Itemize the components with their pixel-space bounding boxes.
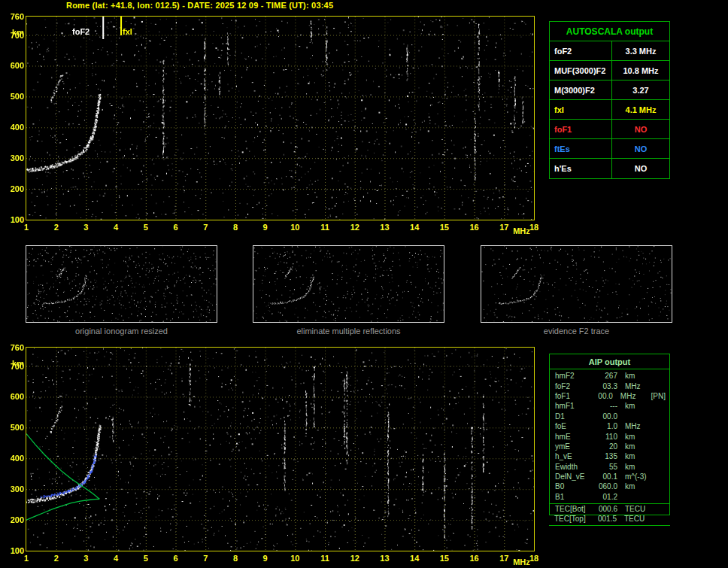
aip-value: 03.3 bbox=[592, 382, 617, 390]
aip-tec-bot-container: TEC[Bot]000.6TECU bbox=[550, 504, 669, 514]
bottom-ionogram-canvas bbox=[26, 347, 535, 551]
aip-value: 060.0 bbox=[592, 482, 617, 491]
x-tick-label: 12 bbox=[346, 554, 364, 563]
aip-unit: km bbox=[625, 433, 658, 441]
x-tick-label: 5 bbox=[137, 554, 155, 563]
y-tick-label: 500 bbox=[3, 423, 24, 432]
y-tick-label: 760 bbox=[3, 343, 24, 352]
x-tick-label: 17 bbox=[495, 223, 513, 232]
table-row: fxI4.1 MHz bbox=[550, 100, 669, 120]
aip-label: foF2 bbox=[550, 382, 592, 390]
aip-unit: km bbox=[625, 452, 658, 460]
x-tick-label: 10 bbox=[286, 554, 304, 563]
aip-value: 1.0 bbox=[592, 422, 617, 430]
autoscala-output-screen: Rome (lat: +41.8, lon: 012.5) - DATE: 20… bbox=[0, 0, 728, 568]
autoscala-panel-header: AUTOSCALA output bbox=[550, 22, 669, 41]
y-tick-label: 600 bbox=[3, 61, 24, 70]
fxI-marker-label: fxI bbox=[123, 27, 132, 36]
y-tick-label: 400 bbox=[3, 123, 24, 132]
aip-underline bbox=[549, 525, 670, 526]
x-tick-label: 16 bbox=[466, 554, 484, 563]
aip-table-body: hmF2267kmfoF203.3MHzfoF100.0MHz[PN]hmF1-… bbox=[550, 371, 669, 502]
autoscala-row-label: fxI bbox=[550, 100, 612, 119]
aip-label: h_vE bbox=[550, 452, 592, 460]
x-tick-label: 3 bbox=[77, 223, 95, 232]
x-tick-label: 2 bbox=[47, 223, 65, 232]
aip-label: TEC[Top] bbox=[549, 515, 591, 523]
top-ionogram-canvas bbox=[26, 16, 535, 220]
x-tick-label: 14 bbox=[405, 554, 423, 563]
aip-label: B1 bbox=[550, 493, 592, 501]
table-row: foF23.3 MHz bbox=[550, 41, 669, 61]
x-tick-label: 11 bbox=[316, 223, 334, 232]
x-tick-label: 7 bbox=[196, 223, 214, 232]
x-tick-label: 2 bbox=[47, 554, 65, 563]
table-row: ftEsNO bbox=[550, 139, 669, 159]
aip-value: 135 bbox=[592, 452, 617, 460]
x-axis-unit-label: MHz bbox=[513, 557, 530, 566]
table-row: foF100.0MHz[PN] bbox=[550, 391, 669, 401]
table-row: foF203.3MHz bbox=[550, 381, 669, 390]
aip-label: DelN_vE bbox=[550, 472, 592, 481]
x-tick-label: 8 bbox=[226, 554, 244, 563]
x-tick-label: 4 bbox=[107, 554, 125, 563]
mini-panel-caption-2: eliminate multiple reflections bbox=[253, 327, 444, 336]
aip-panel-header: AIP output bbox=[550, 354, 669, 369]
aip-unit: km bbox=[625, 402, 658, 410]
x-tick-label: 9 bbox=[256, 223, 275, 232]
y-tick-label: 760 bbox=[3, 12, 24, 21]
aip-unit: km bbox=[625, 482, 658, 491]
aip-unit: km bbox=[625, 442, 658, 451]
aip-unit: MHz bbox=[625, 422, 658, 430]
x-tick-label: 4 bbox=[107, 223, 125, 232]
mini-ionogram-canvas-3 bbox=[481, 245, 672, 323]
mini-ionogram-canvas-1 bbox=[26, 245, 217, 323]
table-row: MUF(3000)F210.8 MHz bbox=[550, 61, 669, 80]
y-tick-label: 300 bbox=[3, 153, 24, 163]
aip-unit: MHz bbox=[620, 392, 651, 400]
x-tick-label: 1 bbox=[17, 554, 35, 563]
x-tick-label: 3 bbox=[77, 554, 95, 563]
table-row: hmF2267km bbox=[550, 371, 669, 381]
aip-value: --- bbox=[592, 402, 617, 410]
table-row: foE1.0MHz bbox=[550, 421, 669, 431]
table-row: ymE20km bbox=[550, 442, 669, 451]
autoscala-row-value: 4.1 MHz bbox=[612, 100, 669, 119]
aip-label: hmF1 bbox=[550, 402, 592, 410]
y-tick-label: 500 bbox=[3, 92, 24, 101]
autoscala-row-label: ftEs bbox=[550, 139, 612, 158]
autoscala-row-label: foF1 bbox=[550, 120, 612, 138]
x-tick-label: 12 bbox=[346, 223, 364, 232]
table-row: Ewidth55km bbox=[550, 462, 669, 472]
autoscala-row-value: 10.8 MHz bbox=[612, 61, 669, 80]
aip-value: 00.1 bbox=[592, 472, 617, 481]
aip-label: hmF2 bbox=[550, 372, 592, 380]
x-axis-unit-label: MHz bbox=[513, 226, 530, 235]
aip-value: 00.0 bbox=[589, 392, 612, 400]
autoscala-row-label: foF2 bbox=[550, 41, 612, 60]
y-tick-label: 300 bbox=[3, 484, 24, 494]
aip-output-panel: AIP output hmF2267kmfoF203.3MHzfoF100.0M… bbox=[549, 354, 670, 515]
mini-panel-caption-3: evidence F2 trace bbox=[481, 327, 672, 336]
autoscala-row-value: 3.27 bbox=[612, 80, 669, 99]
x-tick-label: 17 bbox=[495, 554, 513, 563]
aip-value: 00.0 bbox=[592, 412, 617, 421]
autoscala-table-body: foF23.3 MHzMUF(3000)F210.8 MHzM(3000)F23… bbox=[550, 41, 669, 178]
aip-unit: TECU bbox=[624, 515, 657, 523]
aip-unit: TECU bbox=[625, 505, 658, 513]
aip-label: B0 bbox=[550, 482, 592, 491]
aip-unit: km bbox=[625, 463, 658, 471]
y-tick-label: 200 bbox=[3, 515, 24, 524]
table-row: hmF1---km bbox=[550, 401, 669, 411]
x-tick-label: 8 bbox=[226, 223, 244, 232]
aip-label: TEC[Bot] bbox=[550, 505, 592, 513]
y-axis-unit-label: km bbox=[3, 359, 24, 368]
x-tick-label: 9 bbox=[256, 554, 275, 563]
x-tick-label: 6 bbox=[167, 223, 185, 232]
table-row: B101.2 bbox=[550, 492, 669, 502]
x-tick-label: 11 bbox=[316, 554, 334, 563]
table-row: M(3000)F23.27 bbox=[550, 80, 669, 100]
mini-panel-caption-1: original ionogram resized bbox=[26, 327, 217, 336]
mini-ionogram-canvas-2 bbox=[253, 245, 444, 323]
autoscala-row-value: NO bbox=[612, 120, 669, 138]
